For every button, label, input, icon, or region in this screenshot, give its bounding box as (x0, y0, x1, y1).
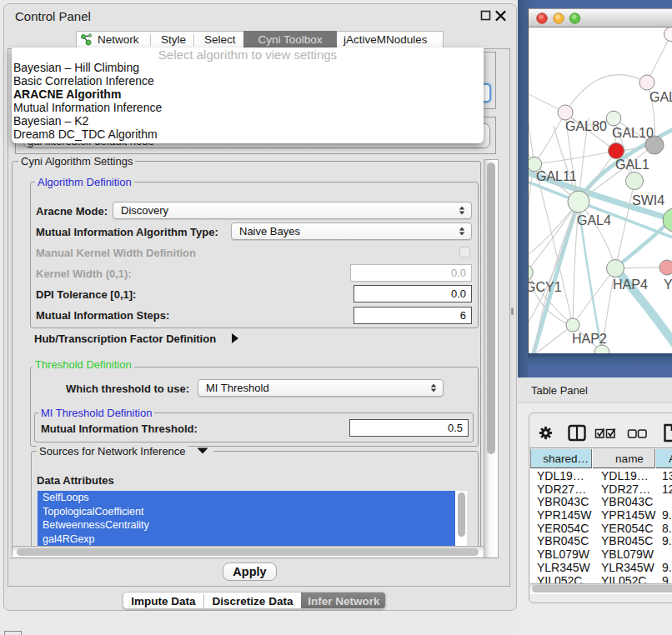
svg-text:GCY1: GCY1 (529, 280, 562, 294)
svg-text:SWI4: SWI4 (632, 193, 664, 208)
svg-text:GAL10: GAL10 (612, 126, 654, 140)
svg-text:YE: YE (664, 278, 672, 292)
svg-text:HAP4: HAP4 (613, 278, 648, 292)
svg-text:GAL80: GAL80 (565, 119, 607, 133)
svg-text:GAL1: GAL1 (615, 158, 649, 172)
svg-text:GAL4: GAL4 (577, 213, 611, 228)
svg-text:GAL7: GAL7 (649, 90, 672, 104)
svg-text:GAL11: GAL11 (536, 169, 577, 183)
svg-text:HAP2: HAP2 (572, 332, 607, 346)
